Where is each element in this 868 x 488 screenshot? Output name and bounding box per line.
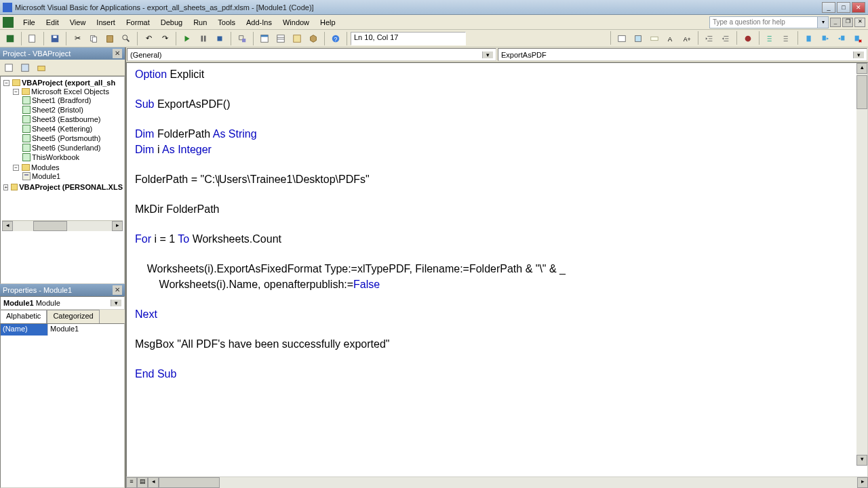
next-bookmark-icon[interactable]: [818, 31, 833, 46]
properties-icon[interactable]: [273, 31, 288, 46]
toggle-folders-icon[interactable]: [34, 60, 49, 75]
child-minimize-button[interactable]: _: [830, 18, 841, 27]
project-panel-close[interactable]: ✕: [113, 49, 122, 58]
toggle-bookmark-icon[interactable]: [802, 31, 816, 46]
tree-toggle[interactable]: +: [3, 184, 8, 190]
paste-icon[interactable]: [102, 31, 117, 46]
list-properties-icon[interactable]: [614, 31, 629, 46]
close-button[interactable]: ✕: [852, 2, 865, 13]
clear-bookmarks-icon[interactable]: [850, 31, 865, 46]
scroll-down-icon[interactable]: ▾: [856, 455, 867, 466]
tree-toggle[interactable]: −: [13, 89, 19, 95]
object-browser-icon[interactable]: [290, 31, 304, 46]
uncomment-block-icon[interactable]: [779, 31, 794, 46]
view-object-icon[interactable]: [18, 60, 33, 75]
undo-icon[interactable]: ↶: [141, 31, 156, 46]
tab-alphabetic[interactable]: Alphabetic: [0, 310, 47, 323]
menu-tools[interactable]: Tools: [212, 17, 241, 28]
code-vscrollbar[interactable]: ▴ ▾: [856, 63, 867, 466]
menu-insert[interactable]: Insert: [91, 17, 121, 28]
save-icon[interactable]: [47, 31, 62, 46]
object-combobox[interactable]: (General)▾: [127, 48, 496, 61]
properties-object-selector[interactable]: Module1 Module ▾: [0, 296, 125, 310]
scroll-right-icon[interactable]: ▸: [857, 477, 868, 488]
find-icon[interactable]: [119, 31, 134, 46]
sheet-icon: [22, 144, 31, 152]
indent-icon[interactable]: [702, 31, 717, 46]
tree-sheet[interactable]: Sheet5 (Portsmouth): [32, 134, 101, 142]
list-constants-icon[interactable]: [631, 31, 646, 46]
menu-edit[interactable]: Edit: [41, 17, 64, 28]
tree-folder-modules[interactable]: Modules: [31, 163, 60, 171]
reset-icon[interactable]: [212, 31, 227, 46]
quick-info-icon[interactable]: [647, 31, 662, 46]
menu-format[interactable]: Format: [121, 17, 155, 28]
tree-toggle[interactable]: −: [13, 165, 19, 171]
full-module-view-icon[interactable]: ▤: [137, 477, 148, 488]
procedure-combobox[interactable]: ExportAsPDF▾: [498, 48, 867, 61]
insert-module-icon[interactable]: [25, 31, 40, 46]
tree-thisworkbook[interactable]: ThisWorkbook: [32, 153, 79, 161]
scroll-up-icon[interactable]: ▴: [856, 63, 867, 74]
menu-addins[interactable]: Add-Ins: [241, 17, 277, 28]
tree-sheet[interactable]: Sheet3 (Eastbourne): [32, 115, 101, 123]
parameter-info-icon[interactable]: A: [663, 31, 678, 46]
break-icon[interactable]: [196, 31, 211, 46]
tree-sheet[interactable]: Sheet1 (Bradford): [32, 96, 91, 104]
tree-sheet[interactable]: Sheet4 (Kettering): [32, 125, 92, 133]
properties-grid[interactable]: (Name) Module1: [0, 323, 125, 488]
help-search-input[interactable]: [709, 16, 818, 28]
tree-hscrollbar[interactable]: ◂ ▸: [2, 220, 123, 231]
child-close-button[interactable]: ✕: [854, 18, 865, 27]
properties-panel-close[interactable]: ✕: [113, 285, 122, 295]
view-code-icon[interactable]: [1, 60, 16, 75]
tree-project-personal[interactable]: VBAProject (PERSONAL.XLS: [19, 183, 123, 191]
dropdown-icon[interactable]: ▾: [111, 300, 121, 306]
code-editor[interactable]: Option Explicit Sub ExportAsPDF() Dim Fo…: [126, 62, 868, 477]
toolbox-icon[interactable]: [306, 31, 321, 46]
menu-help[interactable]: Help: [315, 17, 341, 28]
tree-sheet[interactable]: Sheet6 (Sunderland): [32, 144, 101, 152]
child-restore-button[interactable]: ❐: [842, 18, 853, 27]
toggle-breakpoint-icon[interactable]: [741, 31, 755, 46]
project-explorer-icon[interactable]: [257, 31, 272, 46]
copy-icon[interactable]: [86, 31, 101, 46]
project-tree[interactable]: −VBAProject (export_all_sh −Microsoft Ex…: [0, 76, 125, 284]
svg-rect-44: [823, 35, 826, 40]
tree-module[interactable]: Module1: [32, 172, 60, 180]
cut-icon[interactable]: ✂: [70, 31, 85, 46]
menu-view[interactable]: View: [64, 17, 92, 28]
property-name-value[interactable]: Module1: [48, 324, 124, 336]
procedure-view-icon[interactable]: ≡: [126, 477, 137, 488]
prev-bookmark-icon[interactable]: [834, 31, 849, 46]
tab-categorized[interactable]: Categorized: [47, 310, 99, 323]
menu-file[interactable]: File: [18, 17, 41, 28]
dropdown-icon[interactable]: ▾: [482, 52, 493, 58]
scroll-thumb[interactable]: [33, 221, 67, 231]
comment-block-icon[interactable]: [763, 31, 778, 46]
maximize-button[interactable]: □: [837, 2, 850, 13]
complete-word-icon[interactable]: A+: [679, 31, 694, 46]
minimize-button[interactable]: _: [822, 2, 835, 13]
scroll-right-icon[interactable]: ▸: [112, 221, 123, 231]
tree-sheet[interactable]: Sheet2 (Bristol): [32, 106, 83, 114]
help-icon[interactable]: ?: [328, 31, 343, 46]
scroll-left-icon[interactable]: ◂: [2, 221, 13, 231]
menu-debug[interactable]: Debug: [155, 17, 188, 28]
menu-run[interactable]: Run: [188, 17, 212, 28]
tree-folder-objects[interactable]: Microsoft Excel Objects: [31, 87, 109, 96]
dropdown-icon[interactable]: ▾: [853, 52, 864, 58]
scroll-left-icon[interactable]: ◂: [148, 477, 159, 488]
help-search-dropdown[interactable]: ▾: [818, 16, 829, 28]
tree-project[interactable]: VBAProject (export_all_sh: [22, 79, 115, 87]
scroll-thumb[interactable]: [159, 477, 220, 488]
outdent-icon[interactable]: [718, 31, 733, 46]
design-mode-icon[interactable]: [235, 31, 250, 46]
view-excel-icon[interactable]: [3, 31, 18, 46]
menu-window[interactable]: Window: [277, 17, 315, 28]
run-icon[interactable]: [180, 31, 195, 46]
redo-icon[interactable]: ↷: [157, 31, 172, 46]
excel-icon[interactable]: [3, 17, 14, 28]
tree-toggle[interactable]: −: [3, 80, 9, 86]
scroll-thumb[interactable]: [856, 75, 867, 109]
